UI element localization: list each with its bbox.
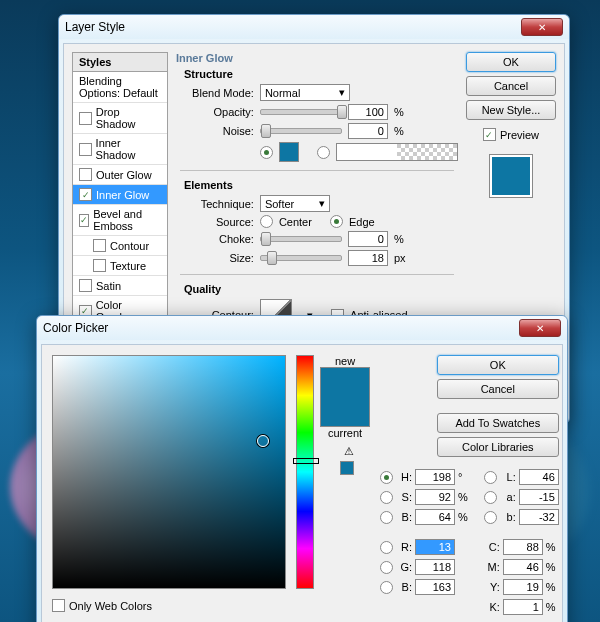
checkbox[interactable]: ✓ (79, 214, 89, 227)
chevron-down-icon: ▾ (339, 86, 345, 99)
styles-header[interactable]: Styles (72, 52, 168, 72)
gradient-picker[interactable] (336, 143, 458, 161)
warning-icon[interactable]: ⚠ (344, 445, 354, 458)
new-current-swatch (320, 367, 370, 427)
opacity-slider[interactable] (260, 109, 342, 115)
source-label: Source: (184, 216, 254, 228)
noise-slider[interactable] (260, 128, 342, 134)
choke-input[interactable]: 0 (348, 231, 388, 247)
checkbox[interactable] (79, 143, 92, 156)
ok-button[interactable]: OK (466, 52, 556, 72)
elements-title: Elements (184, 179, 458, 191)
checkbox[interactable] (79, 279, 92, 292)
a-input[interactable]: -15 (519, 489, 559, 505)
only-web-checkbox[interactable] (52, 599, 65, 612)
new-color (321, 368, 369, 397)
blend-mode-select[interactable]: Normal▾ (260, 84, 350, 101)
blend-mode-label: Blend Mode: (184, 87, 254, 99)
color-radio[interactable] (260, 146, 273, 159)
r-radio[interactable] (380, 541, 393, 554)
s-input[interactable]: 92 (415, 489, 455, 505)
opacity-label: Opacity: (184, 106, 254, 118)
opacity-input[interactable]: 100 (348, 104, 388, 120)
close-button[interactable]: ✕ (521, 18, 563, 36)
technique-select[interactable]: Softer▾ (260, 195, 330, 212)
style-satin[interactable]: Satin (73, 276, 167, 296)
style-outer-glow[interactable]: Outer Glow (73, 165, 167, 185)
a-radio[interactable] (484, 491, 497, 504)
color-cursor[interactable] (257, 435, 269, 447)
l-radio[interactable] (484, 471, 497, 484)
c-input[interactable]: 88 (503, 539, 543, 555)
titlebar[interactable]: Color Picker ✕ (37, 316, 567, 340)
close-button[interactable]: ✕ (519, 319, 561, 337)
style-drop-shadow[interactable]: Drop Shadow (73, 103, 167, 134)
l-input[interactable]: 46 (519, 469, 559, 485)
style-inner-shadow[interactable]: Inner Shadow (73, 134, 167, 165)
y-input[interactable]: 19 (503, 579, 543, 595)
checkbox[interactable] (93, 239, 106, 252)
source-edge-radio[interactable] (330, 215, 343, 228)
ok-button[interactable]: OK (437, 355, 559, 375)
quality-title: Quality (184, 283, 458, 295)
k-input[interactable]: 1 (503, 599, 543, 615)
window-title: Color Picker (43, 321, 519, 335)
new-style-button[interactable]: New Style... (466, 100, 556, 120)
s-radio[interactable] (380, 491, 393, 504)
source-center-radio[interactable] (260, 215, 273, 228)
r-input[interactable]: 13 (415, 539, 455, 555)
style-inner-glow[interactable]: ✓Inner Glow (73, 185, 167, 205)
add-swatches-button[interactable]: Add To Swatches (437, 413, 559, 433)
choke-label: Choke: (184, 233, 254, 245)
current-color[interactable] (321, 397, 369, 426)
checkbox[interactable] (79, 112, 92, 125)
style-bevel-emboss[interactable]: ✓Bevel and Emboss (73, 205, 167, 236)
technique-label: Technique: (184, 198, 254, 210)
window-title: Layer Style (65, 20, 521, 34)
blending-options[interactable]: Blending Options: Default (73, 72, 167, 103)
hue-slider[interactable] (296, 355, 314, 589)
panel-title: Inner Glow (176, 52, 458, 64)
cancel-button[interactable]: Cancel (437, 379, 559, 399)
bb-radio[interactable] (380, 581, 393, 594)
choke-slider[interactable] (260, 236, 342, 242)
closest-color-swatch[interactable] (340, 461, 354, 475)
b-input[interactable]: 64 (415, 509, 455, 525)
bb-input[interactable]: 163 (415, 579, 455, 595)
style-texture[interactable]: Texture (73, 256, 167, 276)
checkbox[interactable] (93, 259, 106, 272)
noise-label: Noise: (184, 125, 254, 137)
cancel-button[interactable]: Cancel (466, 76, 556, 96)
b-radio[interactable] (380, 511, 393, 524)
chevron-down-icon: ▾ (319, 197, 325, 210)
lab-b-input[interactable]: -32 (519, 509, 559, 525)
noise-input[interactable]: 0 (348, 123, 388, 139)
saturation-field[interactable] (52, 355, 286, 589)
glow-color-swatch[interactable] (279, 142, 299, 162)
h-input[interactable]: 198 (415, 469, 455, 485)
size-label: Size: (184, 252, 254, 264)
g-input[interactable]: 118 (415, 559, 455, 575)
g-radio[interactable] (380, 561, 393, 574)
h-radio[interactable] (380, 471, 393, 484)
hue-thumb[interactable] (293, 458, 319, 464)
checkbox[interactable] (79, 168, 92, 181)
checkbox[interactable]: ✓ (79, 188, 92, 201)
gradient-radio[interactable] (317, 146, 330, 159)
style-contour[interactable]: Contour (73, 236, 167, 256)
titlebar[interactable]: Layer Style ✕ (59, 15, 569, 39)
size-input[interactable]: 18 (348, 250, 388, 266)
size-slider[interactable] (260, 255, 342, 261)
structure-title: Structure (184, 68, 458, 80)
preview-swatch (490, 155, 532, 197)
lab-b-radio[interactable] (484, 511, 497, 524)
m-input[interactable]: 46 (503, 559, 543, 575)
color-picker-dialog: Color Picker ✕ Only Web Colors new curre… (36, 315, 568, 622)
preview-checkbox[interactable]: ✓ (483, 128, 496, 141)
color-libraries-button[interactable]: Color Libraries (437, 437, 559, 457)
